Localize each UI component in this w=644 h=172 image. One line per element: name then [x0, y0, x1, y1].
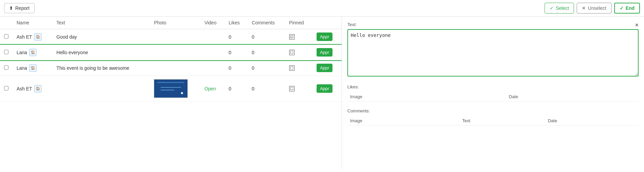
- row-name-cell: Ash ET🏠: [13, 29, 52, 45]
- row-name-cell: Ash ET🏠: [13, 76, 52, 102]
- toolbar: ⬆ Report ✓ Select ✕ Unselect ✓ End: [0, 0, 644, 17]
- report-label: Report: [15, 5, 29, 11]
- report-icon: ⬆: [9, 5, 13, 11]
- avatar-icon: 🏠: [34, 85, 42, 92]
- table-area: Name Text Photo Video Likes Comments Pin…: [0, 17, 342, 169]
- row-checkbox[interactable]: [4, 86, 8, 90]
- table-row: Ash ET🏠Open00☐Appr: [0, 76, 342, 102]
- approve-button[interactable]: Appr: [317, 48, 332, 57]
- row-likes-cell: 0: [225, 76, 248, 102]
- comments-table: Image Text Date: [347, 116, 639, 126]
- row-likes-cell: 0: [225, 60, 248, 76]
- row-video-cell: [200, 60, 225, 76]
- toolbar-left: ⬆ Report: [4, 3, 34, 13]
- col-photo: Photo: [150, 17, 200, 29]
- row-video-cell[interactable]: Open: [200, 76, 225, 102]
- select-button[interactable]: ✓ Select: [545, 3, 574, 14]
- unselect-label: Unselect: [588, 5, 606, 11]
- likes-header-row: Image Date: [347, 92, 639, 102]
- open-video-link[interactable]: Open: [204, 86, 216, 91]
- col-action: [313, 17, 342, 29]
- col-comments: Comments: [248, 17, 285, 29]
- side-panel: × Text: Likes: Image Date Comments: Imag…: [342, 17, 644, 169]
- row-comments-cell: 0: [248, 60, 285, 76]
- comments-field-label: Comments:: [347, 108, 639, 113]
- end-button[interactable]: ✓ End: [614, 3, 640, 14]
- likes-table: Image Date: [347, 92, 639, 102]
- row-checkbox-cell: [0, 76, 13, 102]
- row-pinned-cell: ☐: [285, 76, 313, 102]
- toolbar-right: ✓ Select ✕ Unselect ✓ End: [545, 3, 640, 14]
- select-label: Select: [556, 5, 569, 11]
- row-text-cell: [52, 76, 150, 102]
- row-likes-cell: 0: [225, 45, 248, 60]
- end-checkmark-icon: ✓: [620, 5, 624, 11]
- row-photo-cell: [150, 76, 200, 102]
- row-photo-cell: [150, 45, 200, 60]
- posts-table: Name Text Photo Video Likes Comments Pin…: [0, 17, 342, 102]
- row-action-cell: Appr: [313, 76, 342, 102]
- row-photo-cell: [150, 29, 200, 45]
- row-text-cell: Hello everyone: [52, 45, 150, 60]
- comments-col-image: Image: [347, 116, 459, 126]
- text-field-label: Text:: [347, 22, 639, 27]
- row-checkbox-cell: [0, 60, 13, 76]
- row-video-cell: [200, 29, 225, 45]
- likes-col-image: Image: [347, 92, 506, 102]
- photo-thumbnail: [154, 79, 188, 98]
- unselect-button[interactable]: ✕ Unselect: [577, 3, 611, 14]
- col-video: Video: [200, 17, 225, 29]
- row-video-cell: [200, 45, 225, 60]
- close-button[interactable]: ×: [635, 22, 639, 28]
- table-header-row: Name Text Photo Video Likes Comments Pin…: [0, 17, 342, 29]
- comments-col-date: Date: [545, 116, 639, 126]
- row-name-cell: Lana🏠: [13, 60, 52, 76]
- col-pinned: Pinned: [285, 17, 313, 29]
- table-row: Lana🏠Hello everyone00☐Appr: [0, 45, 342, 60]
- table-row: Ash ET🏠Good day00☑Appr: [0, 29, 342, 45]
- row-pinned-cell: ☐: [285, 60, 313, 76]
- table-row: Lana🏠This event is going to be awesome00…: [0, 60, 342, 76]
- likes-field-label: Likes:: [347, 84, 639, 89]
- row-pinned-cell: ☑: [285, 29, 313, 45]
- comments-col-text: Text: [459, 116, 545, 126]
- person-name: Lana: [17, 65, 27, 71]
- person-name: Lana: [17, 50, 27, 55]
- row-checkbox[interactable]: [4, 65, 8, 70]
- row-checkbox-cell: [0, 29, 13, 45]
- row-comments-cell: 0: [248, 29, 285, 45]
- text-input[interactable]: [347, 29, 639, 77]
- row-pinned-cell: ☐: [285, 45, 313, 60]
- pinned-checkmark: ☑: [289, 34, 295, 40]
- person-name: Ash ET: [17, 34, 32, 40]
- approve-button[interactable]: Appr: [317, 33, 332, 41]
- row-likes-cell: 0: [225, 29, 248, 45]
- row-checkbox[interactable]: [4, 50, 8, 54]
- comments-header-row: Image Text Date: [347, 116, 639, 126]
- row-action-cell: Appr: [313, 29, 342, 45]
- row-name-cell: Lana🏠: [13, 45, 52, 60]
- row-photo-cell: [150, 60, 200, 76]
- col-text: Text: [52, 17, 150, 29]
- main-layout: Name Text Photo Video Likes Comments Pin…: [0, 17, 644, 169]
- row-action-cell: Appr: [313, 45, 342, 60]
- person-name: Ash ET: [17, 86, 32, 91]
- unselect-icon: ✕: [582, 5, 586, 11]
- avatar-icon: 🏠: [29, 49, 37, 56]
- col-checkbox: [0, 17, 13, 29]
- approve-button[interactable]: Appr: [317, 64, 332, 72]
- row-comments-cell: 0: [248, 45, 285, 60]
- report-button[interactable]: ⬆ Report: [4, 3, 34, 13]
- col-likes: Likes: [225, 17, 248, 29]
- row-checkbox-cell: [0, 45, 13, 60]
- row-checkbox[interactable]: [4, 34, 8, 39]
- pinned-checkbox-empty: ☐: [289, 65, 295, 71]
- approve-button[interactable]: Appr: [317, 84, 332, 93]
- col-name: Name: [13, 17, 52, 29]
- end-label: End: [626, 5, 635, 11]
- select-icon: ✓: [550, 5, 554, 11]
- row-action-cell: Appr: [313, 60, 342, 76]
- row-comments-cell: 0: [248, 76, 285, 102]
- avatar-icon: 🏠: [29, 64, 37, 72]
- row-text-cell: This event is going to be awesome: [52, 60, 150, 76]
